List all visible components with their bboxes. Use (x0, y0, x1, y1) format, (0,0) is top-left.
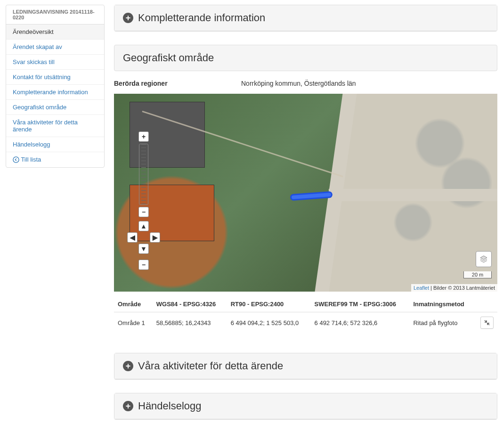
map-road (329, 189, 497, 201)
coordinate-table: Område WGS84 - EPSG:4326 RT90 - EPSG:240… (114, 296, 497, 333)
cell-method: Ritad på flygfoto (409, 312, 474, 334)
cell-rt90: 6 494 094,2; 1 525 503,0 (227, 312, 311, 334)
collapse-area-button[interactable] (480, 317, 494, 329)
sidebar-item-reply-to[interactable]: Svar skickas till (6, 55, 104, 70)
table-header-row: Område WGS84 - EPSG:4326 RT90 - EPSG:240… (114, 296, 497, 312)
zoom-in-button[interactable]: + (138, 131, 149, 142)
th-sweref99: SWEREF99 TM - EPSG:3006 (311, 296, 410, 312)
sidebar: LEDNINGSANVISNING 20141118-0220 Ärendeöv… (6, 5, 105, 433)
sidebar-item-label: Svar skickas till (13, 58, 55, 65)
plus-circle-icon: + (123, 13, 133, 23)
pan-left-button[interactable]: ◀ (127, 232, 138, 243)
svg-point-0 (13, 156, 19, 162)
panel-geographic: Geografiskt område Berörda regioner Norr… (114, 45, 497, 340)
regions-value: Norrköping kommun, Östergötlands län (241, 80, 356, 87)
panel-title: Händelselogg (138, 400, 202, 412)
sidebar-item-created-by[interactable]: Ärendet skapat av (6, 40, 104, 55)
pan-right-button[interactable]: ▶ (150, 232, 160, 243)
zoom-out-extra-button[interactable]: − (138, 260, 149, 270)
map[interactable]: + − ▲ ◀ ▶ ▼ − (114, 94, 497, 292)
sidebar-item-label: Kontakt för utsättning (13, 73, 71, 81)
sidebar-item-geographic[interactable]: Geografiskt område (6, 100, 104, 115)
pan-cluster: ▲ ◀ ▶ ▼ (127, 221, 160, 254)
th-method: Inmatningsmetod (409, 296, 474, 312)
cell-actions (474, 312, 497, 334)
panel-eventlog: + Händelselogg (114, 393, 497, 420)
map-scale: 20 m (463, 271, 492, 278)
plus-circle-icon: + (123, 361, 133, 371)
panel-title: Geografiskt område (123, 52, 214, 64)
sidebar-item-label: Ärendeöversikt (13, 28, 54, 35)
panel-geographic-heading: Geografiskt område (114, 45, 497, 71)
th-rt90: RT90 - EPSG:2400 (227, 296, 311, 312)
sidebar-item-contact[interactable]: Kontakt för utsättning (6, 70, 104, 85)
sidebar-item-overview[interactable]: Ärendeöversikt (6, 24, 104, 40)
sidebar-item-label: Kompletterande information (13, 89, 88, 96)
sidebar-item-label: Geografiskt område (13, 104, 66, 111)
sidebar-header: LEDNINGSANVISNING 20141118-0220 (6, 5, 104, 24)
panel-eventlog-heading[interactable]: + Händelselogg (114, 393, 497, 419)
panel-supplementary-heading[interactable]: + Kompletterande information (114, 5, 497, 31)
pan-up-button[interactable]: ▲ (138, 221, 149, 231)
panel-activities: + Våra aktiviteter för detta ärende (114, 353, 497, 380)
th-area: Område (114, 296, 153, 312)
panel-supplementary: + Kompletterande information (114, 5, 497, 32)
cell-wgs84: 58,56885; 16,24343 (153, 312, 227, 334)
sidebar-back-label: Till lista (21, 156, 41, 163)
sidebar-item-activities[interactable]: Våra aktiviteter för detta ärende (6, 115, 104, 137)
panel-geographic-body: Berörda regioner Norrköping kommun, Öste… (114, 71, 497, 340)
sidebar-item-eventlog[interactable]: Händelselogg (6, 137, 104, 152)
panel-title: Våra aktiviteter för detta ärende (138, 360, 283, 372)
compress-icon (484, 320, 490, 326)
th-wgs84: WGS84 - EPSG:4326 (153, 296, 227, 312)
panel-title: Kompletterande information (138, 12, 265, 24)
regions-row: Berörda regioner Norrköping kommun, Öste… (114, 78, 497, 94)
sidebar-item-label: Händelselogg (13, 141, 50, 148)
layers-button[interactable] (476, 251, 492, 267)
regions-label: Berörda regioner (114, 80, 241, 87)
map-controls: + − ▲ ◀ ▶ ▼ − (127, 131, 160, 292)
plus-circle-icon: + (123, 401, 133, 411)
attribution-text: | Bilder © 2013 Lantmäteriet (429, 285, 495, 291)
cell-area: Område 1 (114, 312, 153, 334)
panel-activities-heading[interactable]: + Våra aktiviteter för detta ärende (114, 353, 497, 379)
map-attribution: Leaflet | Bilder © 2013 Lantmäteriet (411, 284, 497, 292)
cell-sweref99: 6 492 714,6; 572 326,6 (311, 312, 410, 334)
sidebar-item-supplementary[interactable]: Kompletterande information (6, 85, 104, 100)
main-content: + Kompletterande information Geografiskt… (114, 5, 497, 433)
sidebar-back-link[interactable]: Till lista (6, 152, 104, 167)
sidebar-item-label: Våra aktiviteter för detta ärende (13, 119, 78, 133)
th-actions (474, 296, 497, 312)
arrow-left-circle-icon (13, 156, 19, 163)
sidebar-panel: LEDNINGSANVISNING 20141118-0220 Ärendeöv… (6, 5, 105, 168)
zoom-slider[interactable] (139, 144, 148, 205)
zoom-out-button[interactable]: − (138, 207, 149, 217)
leaflet-link[interactable]: Leaflet (414, 285, 429, 291)
pan-down-button[interactable]: ▼ (138, 244, 149, 254)
sidebar-item-label: Ärendet skapat av (13, 43, 62, 50)
table-row: Område 1 58,56885; 16,24343 6 494 094,2;… (114, 312, 497, 334)
layers-icon (479, 254, 488, 264)
